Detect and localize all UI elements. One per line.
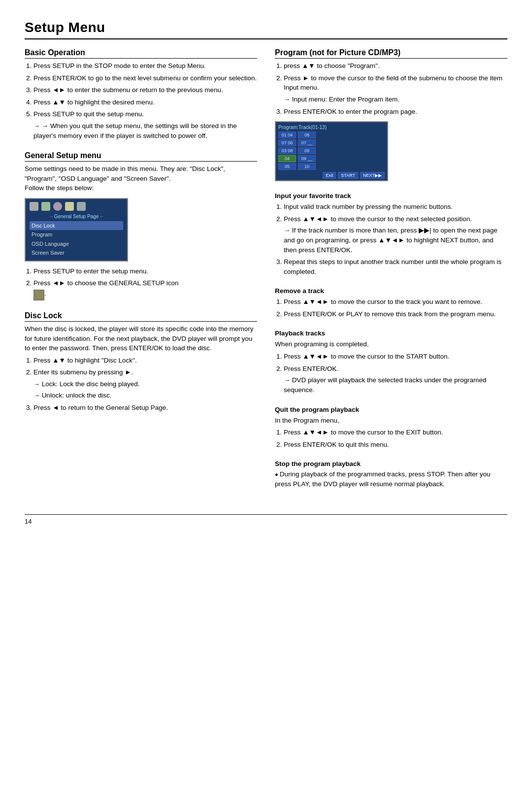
disc-lock-section: Disc Lock When the disc is locked, the p… xyxy=(25,311,257,412)
general-setup-screen: ·· General Setup Page ·· Disc Lock Progr… xyxy=(25,198,128,262)
camera-icon xyxy=(30,202,38,211)
music-icon xyxy=(41,202,50,211)
list-item: Press ▲▼◄► to move the cursor to the nex… xyxy=(284,214,507,255)
list-item: Input valid track number by pressing the… xyxy=(284,202,507,212)
quit-program-description: In the Program menu, xyxy=(275,416,507,426)
remove-track-title: Remove a track xyxy=(275,287,507,295)
list-item: press ▲▼ to choose "Program". xyxy=(284,61,507,71)
prog-cell: 08 xyxy=(298,147,316,154)
list-item: Press ► to move the cursor to the field … xyxy=(284,73,507,104)
stop-program-title: Stop the program playback xyxy=(275,460,507,467)
list-item: Press ENTER/OK or PLAY to remove this tr… xyxy=(284,309,507,319)
basic-operation-title: Basic Operation xyxy=(25,48,257,59)
list-item: During playback of the programmed tracks… xyxy=(275,469,507,489)
list-item: If the track number is more than ten, pr… xyxy=(284,226,507,255)
gs-menu-program: Program xyxy=(30,230,123,239)
prog-cell: 01 04 xyxy=(278,132,296,138)
list-item: Press ENTER/OK. DVD player will playback… xyxy=(284,364,507,395)
disc-lock-title: Disc Lock xyxy=(25,311,257,322)
list-item: Press ▲▼◄► to move the cursor to the EXI… xyxy=(284,428,507,437)
lock-icon xyxy=(65,202,74,211)
playback-tracks-section: Playback tracks When programing is compl… xyxy=(275,330,507,395)
input-track-steps: Input valid track number by pressing the… xyxy=(284,202,507,276)
general-setup-section: General Setup menu Some settings need to… xyxy=(25,151,257,300)
list-item: Press ◄► to choose the GENERAL SETUP ico… xyxy=(33,278,257,300)
list-item: Press ▲▼◄► to move the cursor to the tra… xyxy=(284,297,507,307)
list-item: Press SETUP to quit the setup menu. → Wh… xyxy=(33,109,257,140)
prog-cell: 03 08 xyxy=(278,147,296,154)
disc-lock-steps: Press ▲▼ to highlight "Disc Lock". Enter… xyxy=(33,356,257,412)
prog-cell: 08 xyxy=(298,132,316,138)
prog-buttons: Exit START NEXT▶▶ xyxy=(278,172,385,179)
quit-program-title: Quit the program playback xyxy=(275,406,507,413)
list-item: Press SETUP to enter the setup menu. xyxy=(33,266,257,276)
general-setup-title: General Setup menu xyxy=(25,151,257,162)
basic-operation-list: Press SETUP in the STOP mode to enter th… xyxy=(33,61,257,140)
remove-track-steps: Press ▲▼◄► to move the cursor to the tra… xyxy=(284,297,507,319)
prog-title: Program:Track(01-13) xyxy=(278,125,385,130)
prog-cell: 07 __ xyxy=(298,139,316,146)
list-item: Press ENTER/OK to go to the next level s… xyxy=(33,73,257,83)
left-column: Basic Operation Press SETUP in the STOP … xyxy=(25,48,257,499)
quit-program-steps: Press ▲▼◄► to move the cursor to the EXI… xyxy=(284,428,507,449)
input-track-section: Input your favorite track Input valid tr… xyxy=(275,192,507,276)
gs-menu-osd: OSD Language xyxy=(30,239,123,249)
general-setup-steps: Press SETUP to enter the setup menu. Pre… xyxy=(33,266,257,300)
program-screen: Program:Track(01-13) 01 04 07 06 03 08 0… xyxy=(275,121,388,181)
list-item: Press SETUP in the STOP mode to enter th… xyxy=(33,61,257,71)
prog-cell: 04 xyxy=(278,155,296,162)
prog-start-btn: START xyxy=(338,172,358,179)
playback-tracks-title: Playback tracks xyxy=(275,330,507,337)
list-item: Press ◄► to enter the submenu or return … xyxy=(33,85,257,95)
stop-program-section: Stop the program playback During playbac… xyxy=(275,460,507,489)
list-item: Enter its submenu by pressing ►. Lock: L… xyxy=(33,367,257,400)
list-item: Press ▲▼◄► to move the cursor to the STA… xyxy=(284,352,507,362)
list-item: Press ENTER/OK to quit this menu. xyxy=(284,440,507,450)
list-item: Input menu: Enter the Program item. xyxy=(284,95,507,104)
list-item: Press ▲▼ to highlight "Disc Lock". xyxy=(33,356,257,365)
prog-next-btn: NEXT▶▶ xyxy=(360,172,385,179)
playback-steps: Press ▲▼◄► to move the cursor to the STA… xyxy=(284,352,507,395)
gs-menu-disc-lock: Disc Lock xyxy=(30,221,123,231)
program-title: Program (not for Picture CD/MP3) xyxy=(275,48,507,59)
list-item: Repeat this steps to input another track… xyxy=(284,257,507,276)
list-item: Press ENTER/OK to enter the program page… xyxy=(284,107,507,117)
prog-cell: 10 xyxy=(298,163,316,170)
remove-track-section: Remove a track Press ▲▼◄► to move the cu… xyxy=(275,287,507,319)
program-section: Program (not for Picture CD/MP3) press ▲… xyxy=(275,48,507,181)
list-item: DVD player will playback the selected tr… xyxy=(284,375,507,395)
list-item: Press ◄ to return to the General Setup P… xyxy=(33,403,257,413)
list-item: Unlock: unlock the disc. xyxy=(33,391,257,400)
prog-cell: 05 xyxy=(278,163,296,170)
page-title: Setup Menu xyxy=(25,20,507,35)
list-item: → When you quit the setup menu, the sett… xyxy=(33,121,257,140)
prog-exit-btn: Exit xyxy=(323,172,336,179)
playback-description: When programing is completed, xyxy=(275,339,507,349)
quit-program-section: Quit the program playback In the Program… xyxy=(275,406,507,450)
right-column: Program (not for Picture CD/MP3) press ▲… xyxy=(275,48,507,499)
prog-cell: 09 __ xyxy=(298,155,316,162)
gs-label: ·· General Setup Page ·· xyxy=(30,214,123,219)
list-item: Lock: Lock the disc being played. xyxy=(33,379,257,389)
disc-lock-description: When the disc is locked, the player will… xyxy=(25,324,257,353)
basic-operation-section: Basic Operation Press SETUP in the STOP … xyxy=(25,48,257,140)
settings-icon xyxy=(53,202,62,211)
program-steps: press ▲▼ to choose "Program". Press ► to… xyxy=(284,61,507,116)
prog-cell: 07 06 xyxy=(278,139,296,146)
list-item: Press ▲▼ to highlight the desired menu. xyxy=(33,98,257,107)
plus-icon xyxy=(77,202,86,211)
general-setup-description: Some settings need to be made in this me… xyxy=(25,164,257,193)
input-track-title: Input your favorite track xyxy=(275,192,507,199)
gs-menu-screen-saver: Screen Saver xyxy=(30,248,123,258)
page-number: 14 xyxy=(25,518,32,525)
